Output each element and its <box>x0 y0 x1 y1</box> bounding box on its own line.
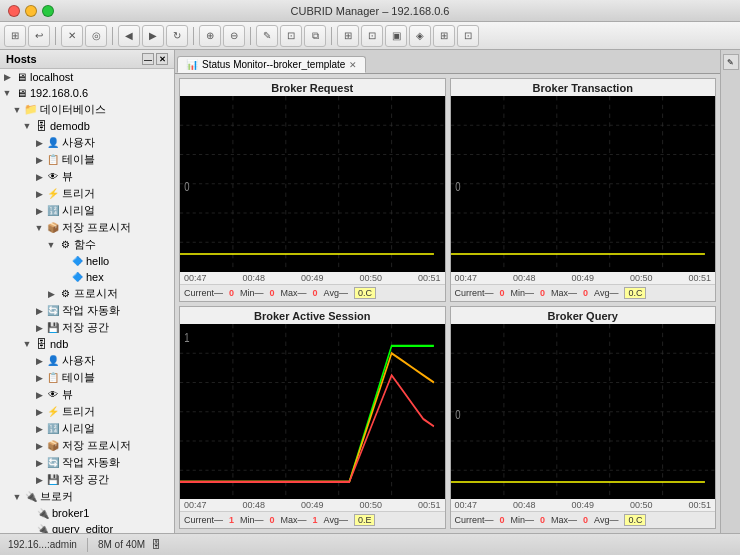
toolbar-btn-9[interactable]: ⊖ <box>223 25 245 47</box>
tree-label: 저장 공간 <box>62 320 109 335</box>
toolbar-btn-16[interactable]: ◈ <box>409 25 431 47</box>
min-value: 0 <box>270 288 275 298</box>
tree-toggle[interactable]: ▶ <box>34 206 44 216</box>
tree-item[interactable]: 🔌 broker1 <box>0 505 174 521</box>
tree-item[interactable]: ▶ 🔄 작업 자동화 <box>0 302 174 319</box>
tree-item[interactable]: ▼ 📦 저장 프로시저 <box>0 219 174 236</box>
tree-label: 사용자 <box>62 135 95 150</box>
sidebar-header: Hosts — ✕ <box>0 50 174 69</box>
tree-item[interactable]: ▶ ⚡ 트리거 <box>0 185 174 202</box>
tree-label: 저장 프로시저 <box>62 220 131 235</box>
toolbar-btn-11[interactable]: ⊡ <box>280 25 302 47</box>
tree-toggle[interactable]: ▶ <box>34 189 44 199</box>
tree-toggle[interactable]: ▶ <box>34 356 44 366</box>
tree-toggle[interactable]: ▶ <box>46 289 56 299</box>
toolbar-btn-8[interactable]: ⊕ <box>199 25 221 47</box>
tree-toggle[interactable]: ▼ <box>22 339 32 349</box>
db-status-icon: 🗄 <box>149 538 163 552</box>
toolbar-btn-13[interactable]: ⊞ <box>337 25 359 47</box>
tree-item[interactable]: ▶ ⚡ 트리거 <box>0 403 174 420</box>
tree-toggle[interactable]: ▶ <box>34 407 44 417</box>
tree-item[interactable]: 🔷 hex <box>0 269 174 285</box>
main-toolbar: ⊞ ↩ ✕ ◎ ◀ ▶ ↻ ⊕ ⊖ ✎ ⊡ ⧉ ⊞ ⊡ ▣ ◈ ⊞ ⊡ <box>0 22 740 50</box>
tree-item[interactable]: ▶ 👁 뷰 <box>0 168 174 185</box>
tree-toggle[interactable]: ▼ <box>22 121 32 131</box>
minimize-button[interactable] <box>25 5 37 17</box>
sidebar-header-buttons[interactable]: — ✕ <box>142 53 168 65</box>
tree-toggle[interactable]: ▼ <box>2 88 12 98</box>
tree-item[interactable]: 🔌 query_editor <box>0 521 174 533</box>
tree-toggle[interactable]: ▶ <box>34 441 44 451</box>
sidebar-close-btn[interactable]: ✕ <box>156 53 168 65</box>
toolbar-btn-17[interactable]: ⊞ <box>433 25 455 47</box>
tree-toggle[interactable] <box>58 272 68 282</box>
tree-toggle[interactable]: ▶ <box>34 323 44 333</box>
toolbar-btn-7[interactable]: ↻ <box>166 25 188 47</box>
tree-item[interactable]: ▼ 📁 데이터베이스 <box>0 101 174 118</box>
tree-toggle[interactable]: ▶ <box>34 373 44 383</box>
tree-item[interactable]: ▶ 💾 저장 공간 <box>0 319 174 336</box>
time-label: 00:48 <box>242 273 265 283</box>
tree-item[interactable]: ▼ 🔌 브로커 <box>0 488 174 505</box>
tree-label: 시리얼 <box>62 203 95 218</box>
tree-item[interactable]: ▶ 🔢 시리얼 <box>0 420 174 437</box>
toolbar-btn-15[interactable]: ▣ <box>385 25 407 47</box>
tree-toggle[interactable]: ▶ <box>34 155 44 165</box>
toolbar-btn-2[interactable]: ↩ <box>28 25 50 47</box>
tree-item[interactable]: ▶ 👁 뷰 <box>0 386 174 403</box>
tree-toggle[interactable]: ▶ <box>34 306 44 316</box>
toolbar-btn-14[interactable]: ⊡ <box>361 25 383 47</box>
toolbar-btn-1[interactable]: ⊞ <box>4 25 26 47</box>
tree-item[interactable]: ▶ 🖥 localhost <box>0 69 174 85</box>
toolbar-btn-18[interactable]: ⊡ <box>457 25 479 47</box>
toolbar-btn-6[interactable]: ▶ <box>142 25 164 47</box>
tree-toggle[interactable] <box>24 524 34 533</box>
tree-label: broker1 <box>52 507 89 519</box>
tree-toggle[interactable]: ▶ <box>34 138 44 148</box>
connection-text: 192.16...:admin <box>8 539 77 550</box>
toolbar-btn-3[interactable]: ✕ <box>61 25 83 47</box>
tree-item[interactable]: ▶ 🔢 시리얼 <box>0 202 174 219</box>
sidebar-collapse-btn[interactable]: — <box>142 53 154 65</box>
tree-toggle[interactable] <box>58 256 68 266</box>
tree-item[interactable]: ▶ 📦 저장 프로시저 <box>0 437 174 454</box>
tree-toggle[interactable]: ▶ <box>34 475 44 485</box>
tree-toggle[interactable]: ▼ <box>34 223 44 233</box>
tree-item[interactable]: ▶ 👤 사용자 <box>0 352 174 369</box>
tree-item[interactable]: ▼ 🗄 ndb <box>0 336 174 352</box>
tree-toggle[interactable]: ▼ <box>46 240 56 250</box>
tree-item[interactable]: 🔷 hello <box>0 253 174 269</box>
tree-item[interactable]: ▼ 🗄 demodb <box>0 118 174 134</box>
tree-toggle[interactable]: ▼ <box>12 492 22 502</box>
tree-toggle[interactable]: ▶ <box>34 172 44 182</box>
tree-item[interactable]: ▼ ⚙ 함수 <box>0 236 174 253</box>
maximize-button[interactable] <box>42 5 54 17</box>
toolbar-btn-5[interactable]: ◀ <box>118 25 140 47</box>
tree-item[interactable]: ▼ 🖥 192.168.0.6 <box>0 85 174 101</box>
tree-item[interactable]: ▶ 🔄 작업 자동화 <box>0 454 174 471</box>
folder-icon: 📁 <box>24 103 38 117</box>
tree-toggle[interactable]: ▶ <box>34 390 44 400</box>
tree-item[interactable]: ▶ 👤 사용자 <box>0 134 174 151</box>
close-button[interactable] <box>8 5 20 17</box>
tree-label: localhost <box>30 71 73 83</box>
tree-toggle[interactable]: ▶ <box>2 72 12 82</box>
right-btn-1[interactable]: ✎ <box>723 54 739 70</box>
tree-item[interactable]: ▶ 💾 저장 공간 <box>0 471 174 488</box>
toolbar-btn-12[interactable]: ⧉ <box>304 25 326 47</box>
tree-toggle[interactable]: ▼ <box>12 105 22 115</box>
tree-toggle[interactable] <box>24 508 34 518</box>
min-label: Min— <box>511 288 535 298</box>
window-controls[interactable] <box>8 5 54 17</box>
tree-toggle[interactable]: ▶ <box>34 458 44 468</box>
tree-toggle[interactable]: ▶ <box>34 424 44 434</box>
tree-item[interactable]: ▶ 📋 테이블 <box>0 151 174 168</box>
toolbar-btn-4[interactable]: ◎ <box>85 25 107 47</box>
toolbar-btn-10[interactable]: ✎ <box>256 25 278 47</box>
tab-close-btn[interactable]: ✕ <box>349 60 357 70</box>
tree-item[interactable]: ▶ ⚙ 프로시저 <box>0 285 174 302</box>
tree-item[interactable]: ▶ 📋 테이블 <box>0 369 174 386</box>
computer-icon: 🖥 <box>14 70 28 84</box>
time-label: 00:48 <box>513 500 536 510</box>
tab-status-monitor[interactable]: 📊 Status Monitor--broker_template ✕ <box>177 56 366 73</box>
